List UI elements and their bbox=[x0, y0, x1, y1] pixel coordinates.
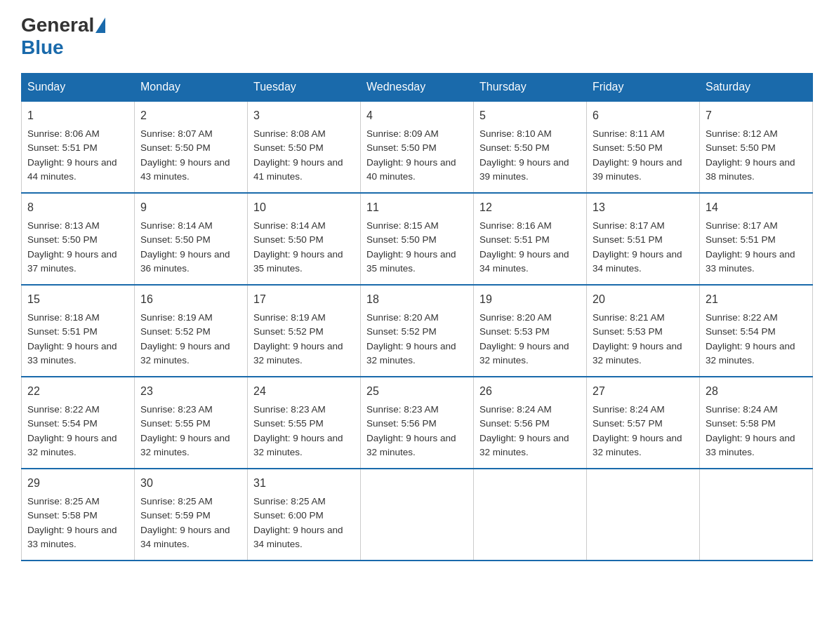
sunrise-text: Sunrise: 8:23 AM bbox=[140, 404, 213, 415]
day-number: 21 bbox=[706, 291, 807, 308]
sunset-text: Sunset: 5:56 PM bbox=[479, 418, 550, 429]
calendar-cell: 12Sunrise: 8:16 AMSunset: 5:51 PMDayligh… bbox=[474, 193, 587, 285]
day-number: 4 bbox=[366, 107, 468, 124]
calendar-cell: 15Sunrise: 8:18 AMSunset: 5:51 PMDayligh… bbox=[22, 285, 135, 377]
sunrise-text: Sunrise: 8:15 AM bbox=[366, 220, 439, 231]
calendar-cell: 23Sunrise: 8:23 AMSunset: 5:55 PMDayligh… bbox=[135, 377, 248, 469]
day-number: 22 bbox=[27, 383, 128, 400]
daylight-text: Daylight: 9 hours and 32 minutes. bbox=[593, 341, 682, 365]
sunset-text: Sunset: 5:50 PM bbox=[366, 142, 437, 153]
day-number: 26 bbox=[479, 383, 581, 400]
daylight-text: Daylight: 9 hours and 36 minutes. bbox=[140, 249, 230, 274]
day-number: 19 bbox=[479, 291, 581, 308]
sunrise-text: Sunrise: 8:17 AM bbox=[706, 220, 778, 231]
day-number: 29 bbox=[27, 475, 128, 492]
calendar-cell: 19Sunrise: 8:20 AMSunset: 5:53 PMDayligh… bbox=[474, 285, 587, 377]
weekday-header-friday: Friday bbox=[587, 74, 700, 102]
day-number: 14 bbox=[706, 199, 807, 216]
day-number: 28 bbox=[706, 383, 807, 400]
sunset-text: Sunset: 5:51 PM bbox=[593, 234, 663, 245]
day-number: 15 bbox=[27, 291, 128, 308]
calendar-cell: 31Sunrise: 8:25 AMSunset: 6:00 PMDayligh… bbox=[248, 469, 361, 561]
daylight-text: Daylight: 9 hours and 37 minutes. bbox=[27, 249, 117, 274]
weekday-header-thursday: Thursday bbox=[474, 74, 587, 102]
daylight-text: Daylight: 9 hours and 34 minutes. bbox=[253, 525, 343, 549]
calendar-cell bbox=[474, 469, 587, 561]
sunset-text: Sunset: 5:55 PM bbox=[253, 418, 324, 429]
daylight-text: Daylight: 9 hours and 32 minutes. bbox=[479, 341, 569, 365]
sunset-text: Sunset: 5:54 PM bbox=[27, 418, 98, 429]
calendar-cell bbox=[361, 469, 474, 561]
calendar-cell: 17Sunrise: 8:19 AMSunset: 5:52 PMDayligh… bbox=[248, 285, 361, 377]
sunset-text: Sunset: 5:52 PM bbox=[140, 326, 211, 337]
day-number: 2 bbox=[140, 107, 241, 124]
calendar-cell: 30Sunrise: 8:25 AMSunset: 5:59 PMDayligh… bbox=[135, 469, 248, 561]
day-number: 3 bbox=[253, 107, 355, 124]
calendar-cell: 20Sunrise: 8:21 AMSunset: 5:53 PMDayligh… bbox=[587, 285, 700, 377]
sunset-text: Sunset: 5:51 PM bbox=[479, 234, 550, 245]
logo: General Blue bbox=[21, 14, 107, 59]
day-number: 6 bbox=[593, 107, 694, 124]
sunrise-text: Sunrise: 8:24 AM bbox=[593, 404, 665, 415]
daylight-text: Daylight: 9 hours and 32 minutes. bbox=[253, 433, 343, 457]
sunset-text: Sunset: 5:53 PM bbox=[479, 326, 550, 337]
day-number: 30 bbox=[140, 475, 241, 492]
sunrise-text: Sunrise: 8:25 AM bbox=[27, 496, 100, 507]
sunset-text: Sunset: 5:56 PM bbox=[366, 418, 437, 429]
sunset-text: Sunset: 5:50 PM bbox=[479, 142, 550, 153]
sunset-text: Sunset: 5:52 PM bbox=[253, 326, 324, 337]
calendar-cell: 26Sunrise: 8:24 AMSunset: 5:56 PMDayligh… bbox=[474, 377, 587, 469]
calendar-week-row: 8Sunrise: 8:13 AMSunset: 5:50 PMDaylight… bbox=[22, 193, 813, 285]
calendar-week-row: 29Sunrise: 8:25 AMSunset: 5:58 PMDayligh… bbox=[22, 469, 813, 561]
sunrise-text: Sunrise: 8:06 AM bbox=[27, 128, 100, 139]
sunrise-text: Sunrise: 8:09 AM bbox=[366, 128, 439, 139]
day-number: 17 bbox=[253, 291, 355, 308]
daylight-text: Daylight: 9 hours and 32 minutes. bbox=[27, 433, 117, 457]
day-number: 11 bbox=[366, 199, 468, 216]
calendar-cell: 4Sunrise: 8:09 AMSunset: 5:50 PMDaylight… bbox=[361, 101, 474, 193]
calendar-cell: 8Sunrise: 8:13 AMSunset: 5:50 PMDaylight… bbox=[22, 193, 135, 285]
day-number: 9 bbox=[140, 199, 241, 216]
sunset-text: Sunset: 5:51 PM bbox=[706, 234, 776, 245]
sunset-text: Sunset: 5:54 PM bbox=[706, 326, 776, 337]
calendar-cell: 6Sunrise: 8:11 AMSunset: 5:50 PMDaylight… bbox=[587, 101, 700, 193]
day-number: 27 bbox=[593, 383, 694, 400]
day-number: 5 bbox=[479, 107, 581, 124]
calendar-cell: 3Sunrise: 8:08 AMSunset: 5:50 PMDaylight… bbox=[248, 101, 361, 193]
day-number: 25 bbox=[366, 383, 468, 400]
sunset-text: Sunset: 5:53 PM bbox=[593, 326, 663, 337]
calendar-cell: 27Sunrise: 8:24 AMSunset: 5:57 PMDayligh… bbox=[587, 377, 700, 469]
sunrise-text: Sunrise: 8:18 AM bbox=[27, 312, 100, 323]
sunset-text: Sunset: 5:58 PM bbox=[27, 510, 98, 521]
calendar-cell: 18Sunrise: 8:20 AMSunset: 5:52 PMDayligh… bbox=[361, 285, 474, 377]
sunset-text: Sunset: 5:52 PM bbox=[366, 326, 437, 337]
calendar-cell: 28Sunrise: 8:24 AMSunset: 5:58 PMDayligh… bbox=[700, 377, 813, 469]
daylight-text: Daylight: 9 hours and 32 minutes. bbox=[479, 433, 569, 457]
sunrise-text: Sunrise: 8:24 AM bbox=[479, 404, 552, 415]
sunset-text: Sunset: 5:51 PM bbox=[27, 142, 98, 153]
logo-blue-text: Blue bbox=[21, 36, 64, 59]
sunrise-text: Sunrise: 8:11 AM bbox=[593, 128, 665, 139]
sunrise-text: Sunrise: 8:21 AM bbox=[593, 312, 665, 323]
daylight-text: Daylight: 9 hours and 35 minutes. bbox=[366, 249, 456, 274]
daylight-text: Daylight: 9 hours and 33 minutes. bbox=[27, 525, 117, 549]
sunrise-text: Sunrise: 8:20 AM bbox=[366, 312, 439, 323]
calendar-cell: 22Sunrise: 8:22 AMSunset: 5:54 PMDayligh… bbox=[22, 377, 135, 469]
daylight-text: Daylight: 9 hours and 33 minutes. bbox=[706, 249, 795, 274]
calendar-cell: 2Sunrise: 8:07 AMSunset: 5:50 PMDaylight… bbox=[135, 101, 248, 193]
sunrise-text: Sunrise: 8:22 AM bbox=[706, 312, 778, 323]
daylight-text: Daylight: 9 hours and 35 minutes. bbox=[253, 249, 343, 274]
calendar-cell: 16Sunrise: 8:19 AMSunset: 5:52 PMDayligh… bbox=[135, 285, 248, 377]
daylight-text: Daylight: 9 hours and 32 minutes. bbox=[706, 341, 795, 365]
sunset-text: Sunset: 5:59 PM bbox=[140, 510, 211, 521]
daylight-text: Daylight: 9 hours and 32 minutes. bbox=[253, 341, 343, 365]
sunset-text: Sunset: 5:50 PM bbox=[140, 234, 211, 245]
sunset-text: Sunset: 5:51 PM bbox=[27, 326, 98, 337]
daylight-text: Daylight: 9 hours and 34 minutes. bbox=[479, 249, 569, 274]
sunset-text: Sunset: 5:50 PM bbox=[140, 142, 211, 153]
sunrise-text: Sunrise: 8:13 AM bbox=[27, 220, 100, 231]
daylight-text: Daylight: 9 hours and 39 minutes. bbox=[593, 157, 682, 182]
daylight-text: Daylight: 9 hours and 40 minutes. bbox=[366, 157, 456, 182]
sunset-text: Sunset: 6:00 PM bbox=[253, 510, 324, 521]
calendar-cell: 1Sunrise: 8:06 AMSunset: 5:51 PMDaylight… bbox=[22, 101, 135, 193]
